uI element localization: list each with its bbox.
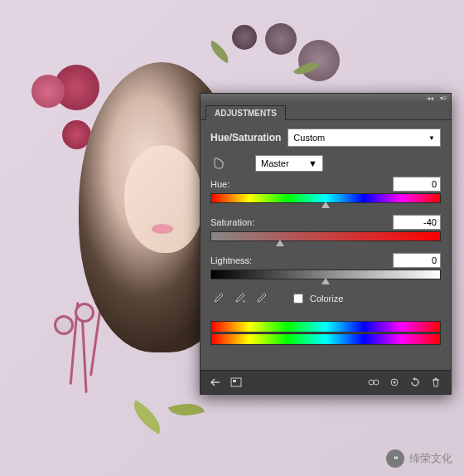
channel-value: Master bbox=[261, 158, 289, 168]
preset-select[interactable]: Custom ▼ bbox=[288, 129, 441, 147]
portrait-face bbox=[124, 145, 203, 253]
portrait-lips bbox=[152, 224, 173, 234]
input-spectrum[interactable] bbox=[210, 321, 441, 333]
svg-point-4 bbox=[369, 380, 374, 385]
svg-text:-: - bbox=[263, 298, 266, 304]
lightness-slider[interactable] bbox=[210, 270, 441, 279]
expanded-view-icon[interactable] bbox=[228, 375, 244, 390]
saturation-slider[interactable] bbox=[210, 231, 441, 241]
previous-state-icon[interactable] bbox=[386, 375, 403, 390]
svg-rect-3 bbox=[233, 380, 236, 382]
targeted-adjustment-icon[interactable] bbox=[210, 155, 227, 172]
hue-label: Hue: bbox=[210, 179, 230, 189]
hue-slider-thumb[interactable] bbox=[321, 202, 330, 208]
delete-icon[interactable] bbox=[428, 375, 444, 390]
panel-body: Hue/Saturation Custom ▼ Master ▼ Hue: 0 bbox=[201, 120, 451, 370]
bulb-decor bbox=[54, 315, 74, 335]
hue-input[interactable]: 0 bbox=[393, 177, 441, 192]
bulb-decor bbox=[75, 303, 94, 323]
panel-menu-icon[interactable]: ▾≡ bbox=[439, 95, 447, 101]
watermark: ❝ 缔荣文化 bbox=[386, 449, 452, 468]
colorize-checkbox[interactable] bbox=[293, 294, 303, 304]
panel-header[interactable]: ◂◂ ▾≡ bbox=[201, 94, 451, 102]
tab-bar: ADJUSTMENTS bbox=[201, 102, 451, 120]
back-icon[interactable] bbox=[207, 375, 224, 390]
eyedropper-icon[interactable] bbox=[210, 291, 225, 306]
eyedropper-add-icon[interactable]: + bbox=[232, 291, 247, 306]
tab-adjustments[interactable]: ADJUSTMENTS bbox=[205, 105, 286, 120]
chevron-down-icon: ▼ bbox=[308, 158, 317, 168]
colorize-checkbox-row[interactable]: Colorize bbox=[290, 291, 343, 306]
saturation-input[interactable]: -40 bbox=[393, 215, 441, 230]
leaf-decor bbox=[127, 400, 168, 435]
flower-decor bbox=[298, 40, 340, 81]
adjustment-title: Hue/Saturation bbox=[210, 132, 281, 143]
adjustments-panel: ◂◂ ▾≡ ADJUSTMENTS Hue/Saturation Custom … bbox=[200, 93, 452, 395]
preset-value: Custom bbox=[293, 133, 325, 143]
hue-slider[interactable] bbox=[210, 193, 441, 203]
color-range-display bbox=[210, 321, 441, 345]
flower-decor bbox=[232, 25, 257, 50]
colorize-label: Colorize bbox=[310, 294, 343, 304]
flower-decor bbox=[31, 75, 65, 108]
lightness-input[interactable]: 0 bbox=[393, 253, 441, 268]
chevron-down-icon: ▼ bbox=[428, 134, 435, 142]
flower-decor bbox=[265, 23, 297, 55]
panel-footer bbox=[201, 370, 451, 394]
svg-point-5 bbox=[374, 380, 379, 385]
saturation-label: Saturation: bbox=[210, 217, 254, 227]
wechat-icon: ❝ bbox=[386, 449, 404, 468]
eyedropper-subtract-icon[interactable]: - bbox=[254, 291, 268, 306]
channel-select[interactable]: Master ▼ bbox=[255, 155, 323, 172]
svg-point-7 bbox=[394, 381, 396, 384]
clip-to-layer-icon[interactable] bbox=[365, 375, 382, 390]
watermark-text: 缔荣文化 bbox=[409, 451, 452, 466]
output-spectrum bbox=[210, 333, 441, 345]
lightness-slider-thumb[interactable] bbox=[321, 278, 330, 284]
lightness-label: Lightness: bbox=[210, 255, 252, 265]
collapse-icon[interactable]: ◂◂ bbox=[426, 95, 434, 101]
reset-icon[interactable] bbox=[407, 375, 423, 390]
saturation-slider-thumb[interactable] bbox=[276, 240, 284, 246]
leaf-decor bbox=[205, 41, 233, 64]
leaf-decor bbox=[168, 396, 205, 423]
svg-text:+: + bbox=[242, 298, 245, 304]
